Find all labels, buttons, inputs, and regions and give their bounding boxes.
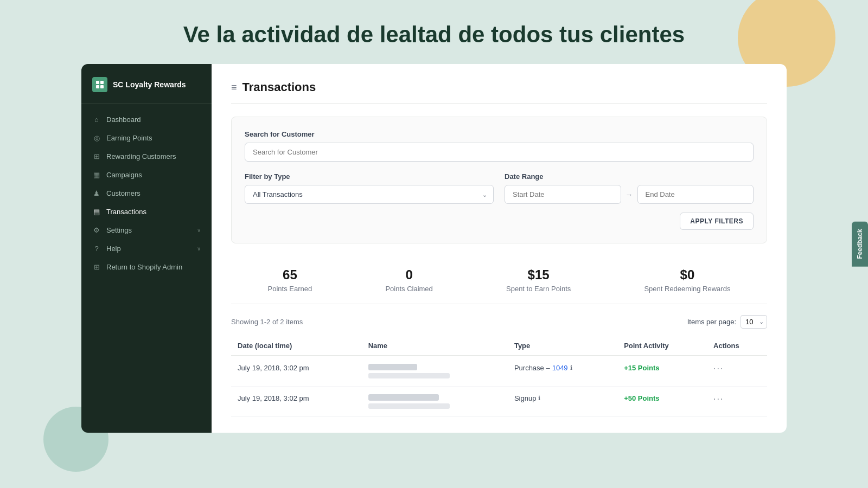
filter-type-select[interactable]: All Transactions Purchase Signup Redempt… xyxy=(245,185,494,204)
sidebar-item-transactions[interactable]: ▤ Transactions xyxy=(81,202,212,221)
table-icon: ▤ xyxy=(92,207,101,216)
col-header-actions: Actions xyxy=(707,336,767,356)
email-blurred-text xyxy=(368,373,450,378)
col-header-point-activity: Point Activity xyxy=(617,336,707,356)
sidebar-item-settings[interactable]: ⚙ Settings ∨ xyxy=(81,221,212,239)
page-title: Transactions xyxy=(242,80,316,94)
svg-rect-3 xyxy=(100,85,104,88)
sidebar-item-label: Help xyxy=(106,245,192,253)
gift-icon: ⊞ xyxy=(92,152,101,160)
sidebar-item-label: Customers xyxy=(106,189,201,197)
date-range-inputs: → xyxy=(505,185,754,204)
type-link[interactable]: 1049 xyxy=(552,364,568,372)
actions-menu-button[interactable]: ··· xyxy=(713,394,724,403)
sidebar-item-return-shopify[interactable]: ⊞ Return to Shopify Admin xyxy=(81,258,212,276)
feedback-tab[interactable]: Feedback xyxy=(852,221,868,266)
sidebar-item-earning-points[interactable]: ◎ Earning Points xyxy=(81,129,212,147)
items-per-page-select-wrapper: 10 25 50 xyxy=(741,315,767,329)
type-text: Signup xyxy=(514,394,536,402)
sidebar-item-customers[interactable]: ♟ Customers xyxy=(81,184,212,202)
stat-label-spent-redeeming: Spent Redeeming Rewards xyxy=(644,285,730,293)
cell-type: Signup ℹ xyxy=(508,387,617,417)
sidebar-item-dashboard[interactable]: ⌂ Dashboard xyxy=(81,110,212,129)
table-row: July 19, 2018, 3:02 pm Signup ℹ +50 xyxy=(231,387,767,417)
info-icon: ℹ xyxy=(570,364,572,371)
cell-actions: ··· xyxy=(707,387,767,417)
stat-label-points-earned: Points Earned xyxy=(268,285,312,293)
sidebar-item-rewarding-customers[interactable]: ⊞ Rewarding Customers xyxy=(81,147,212,165)
table-header: Date (local time) Name Type Point Activi… xyxy=(231,336,767,356)
sidebar-item-campaigns[interactable]: ▦ Campaigns xyxy=(81,165,212,184)
actions-menu-button[interactable]: ··· xyxy=(713,364,724,373)
page-headline-section: Ve la actividad de lealtad de todos tus … xyxy=(0,0,868,64)
cell-type: Purchase – 1049 ℹ xyxy=(508,356,617,387)
points-earned-value: +50 Points xyxy=(624,394,659,402)
cell-date: July 19, 2018, 3:02 pm xyxy=(231,387,362,417)
search-label: Search for Customer xyxy=(245,130,754,138)
sidebar-brand: SC Loyalty Rewards xyxy=(81,73,212,104)
col-header-type: Type xyxy=(508,336,617,356)
sidebar-item-label: Rewarding Customers xyxy=(106,152,201,160)
col-header-date: Date (local time) xyxy=(231,336,362,356)
points-earned-value: +15 Points xyxy=(624,364,659,372)
type-text: Purchase – xyxy=(514,364,550,372)
stats-row: 65 Points Earned 0 Points Claimed $15 Sp… xyxy=(231,256,767,304)
chevron-down-icon: ∨ xyxy=(197,227,201,233)
type-cell: Purchase – 1049 ℹ xyxy=(514,364,611,372)
type-cell: Signup ℹ xyxy=(514,394,611,402)
cell-actions: ··· xyxy=(707,356,767,387)
stat-points-claimed: 0 Points Claimed xyxy=(385,267,432,293)
sidebar-item-label: Transactions xyxy=(106,208,201,216)
cell-points: +15 Points xyxy=(617,356,707,387)
transactions-icon: ≡ xyxy=(231,82,237,93)
main-container: SC Loyalty Rewards ⌂ Dashboard ◎ Earning… xyxy=(81,64,787,433)
svg-rect-1 xyxy=(100,81,104,84)
search-input[interactable] xyxy=(245,143,754,162)
apply-filters-button[interactable]: APPLY FILTERS xyxy=(680,213,754,230)
table-meta: Showing 1-2 of 2 items Items per page: 1… xyxy=(231,315,767,329)
col-header-name: Name xyxy=(362,336,508,356)
grid-icon: ⊞ xyxy=(92,262,101,271)
table-header-row: Date (local time) Name Type Point Activi… xyxy=(231,336,767,356)
items-per-page-control: Items per page: 10 25 50 xyxy=(687,315,767,329)
cell-date: July 19, 2018, 3:02 pm xyxy=(231,356,362,387)
calendar-icon: ▦ xyxy=(92,170,101,179)
filter-actions: APPLY FILTERS xyxy=(245,213,754,230)
filter-type-label: Filter by Type xyxy=(245,172,494,181)
filter-type-select-wrapper: All Transactions Purchase Signup Redempt… xyxy=(245,185,494,204)
sidebar-item-label: Settings xyxy=(106,226,192,234)
end-date-input[interactable] xyxy=(637,185,754,204)
sidebar-nav: ⌂ Dashboard ◎ Earning Points ⊞ Rewarding… xyxy=(81,108,212,278)
stat-label-points-claimed: Points Claimed xyxy=(385,285,432,293)
table-row: July 19, 2018, 3:02 pm Purchase – 1049 ℹ xyxy=(231,356,767,387)
start-date-input[interactable] xyxy=(505,185,621,204)
name-blurred-text xyxy=(368,364,417,370)
items-per-page-select[interactable]: 10 25 50 xyxy=(741,315,767,329)
stat-value-spent-redeeming: $0 xyxy=(644,267,730,282)
svg-rect-0 xyxy=(96,81,99,84)
main-content: ≡ Transactions Search for Customer Filte… xyxy=(212,64,787,433)
chevron-down-icon: ∨ xyxy=(197,246,201,252)
stat-spent-earn: $15 Spent to Earn Points xyxy=(506,267,571,293)
sidebar-item-label: Return to Shopify Admin xyxy=(106,263,201,271)
filter-row: Filter by Type All Transactions Purchase… xyxy=(245,172,754,204)
cell-name xyxy=(362,387,508,417)
brand-logo-icon xyxy=(95,80,104,89)
sidebar-item-help[interactable]: ? Help ∨ xyxy=(81,239,212,258)
sidebar-item-label: Dashboard xyxy=(106,115,201,124)
stat-spent-redeeming: $0 Spent Redeeming Rewards xyxy=(644,267,730,293)
sidebar-item-label: Campaigns xyxy=(106,171,201,179)
filter-date-label: Date Range xyxy=(505,172,754,181)
cell-name xyxy=(362,356,508,387)
stat-label-spent-earn: Spent to Earn Points xyxy=(506,285,571,293)
filter-section: Search for Customer Filter by Type All T… xyxy=(231,117,767,243)
gear-icon: ⚙ xyxy=(92,226,101,234)
circle-icon: ◎ xyxy=(92,133,101,142)
brand-name: SC Loyalty Rewards xyxy=(113,80,186,89)
home-icon: ⌂ xyxy=(92,115,101,124)
filter-type-group: Filter by Type All Transactions Purchase… xyxy=(245,172,494,204)
showing-text: Showing 1-2 of 2 items xyxy=(231,318,303,326)
svg-rect-2 xyxy=(96,85,99,88)
info-icon: ℹ xyxy=(538,395,540,402)
users-icon: ♟ xyxy=(92,189,101,197)
